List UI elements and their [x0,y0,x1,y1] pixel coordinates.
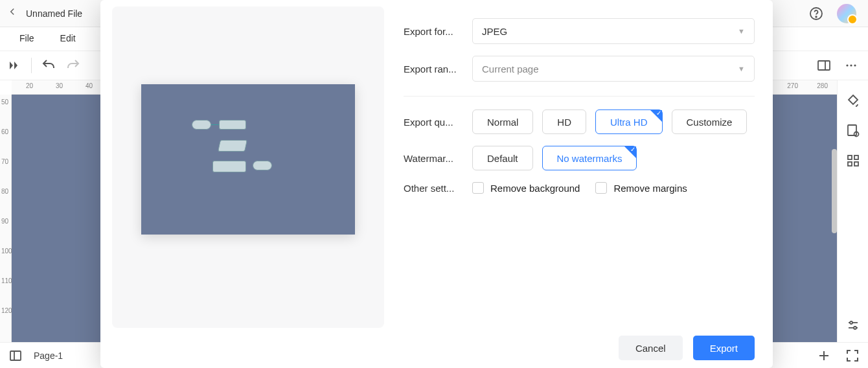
back-button[interactable] [6,6,18,21]
watermark-default[interactable]: Default [472,146,533,170]
quality-customize[interactable]: Customize [672,109,748,134]
help-icon[interactable] [808,6,824,21]
file-title: Unnamed File [26,8,82,19]
label-other: Other sett... [404,183,463,194]
page-label[interactable]: Page-1 [34,351,63,361]
settings-filter-icon[interactable] [845,317,861,333]
label-format: Export for... [404,26,463,37]
avatar[interactable] [837,4,856,23]
svg-rect-9 [848,155,852,159]
scrollbar-vertical[interactable] [832,149,837,233]
expand-sidebar-icon[interactable] [6,58,22,73]
format-select[interactable]: JPEG ▼ [472,18,755,44]
menu-edit[interactable]: Edit [60,33,76,43]
fill-icon[interactable] [845,93,861,109]
quality-hd[interactable]: HD [542,109,586,134]
remove-background-checkbox[interactable]: Remove background [472,182,580,194]
svg-rect-11 [848,162,852,166]
label-watermark: Watermar... [404,153,463,164]
label-quality: Export qu... [404,117,463,128]
preview-thumbnail [141,84,355,235]
more-icon[interactable] [843,58,859,73]
page-settings-icon[interactable] [845,123,861,139]
quality-ultra-hd[interactable]: Ultra HD [595,109,663,134]
export-button[interactable]: Export [693,336,755,360]
svg-point-5 [850,64,852,66]
remove-margins-checkbox[interactable]: Remove margins [595,182,687,194]
undo-icon[interactable] [41,58,56,73]
svg-rect-7 [848,125,856,135]
svg-point-1 [816,16,817,17]
watermark-none[interactable]: No watermarks [542,146,637,170]
caret-down-icon: ▼ [738,27,745,35]
svg-rect-2 [818,61,830,70]
svg-point-15 [850,321,852,324]
svg-rect-12 [854,162,858,166]
redo-icon[interactable] [65,58,81,73]
menu-file[interactable]: File [19,33,34,43]
add-page-icon[interactable] [816,348,832,363]
svg-point-4 [846,64,848,66]
pages-icon[interactable] [8,348,23,363]
cancel-button[interactable]: Cancel [619,336,683,360]
ruler-vertical: 50 60 70 80 90 100 110 120 [0,95,12,342]
svg-point-16 [854,327,856,329]
export-dialog: Export for... JPEG ▼ Export ran... Curre… [100,0,773,368]
fullscreen-icon[interactable] [845,348,860,363]
panel-icon[interactable] [816,58,832,73]
grid-icon[interactable] [845,153,861,168]
label-range: Export ran... [404,63,463,75]
preview-pane [112,6,384,328]
svg-rect-10 [854,155,858,159]
range-select[interactable]: Current page ▼ [472,56,755,82]
svg-point-6 [854,64,856,66]
svg-rect-17 [10,351,21,360]
caret-down-icon: ▼ [738,65,745,73]
quality-normal[interactable]: Normal [472,109,533,134]
